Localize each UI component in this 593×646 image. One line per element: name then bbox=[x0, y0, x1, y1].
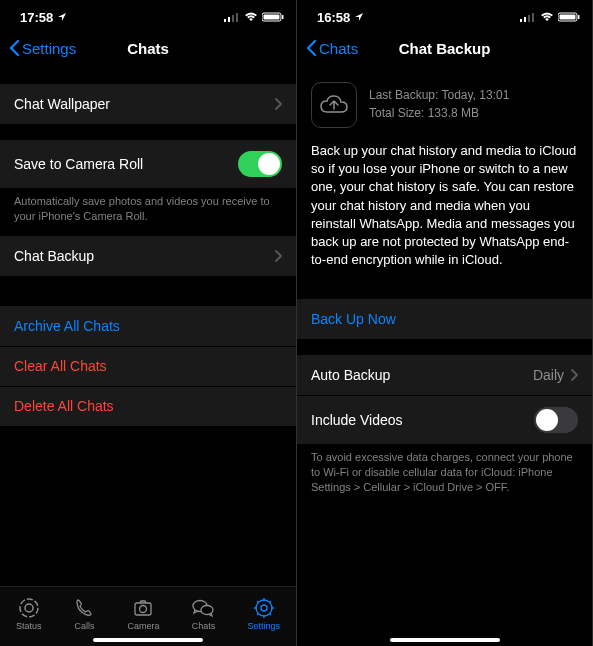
svg-point-7 bbox=[20, 599, 38, 617]
delete-all-chats-button[interactable]: Delete All Chats bbox=[0, 386, 296, 426]
chevron-right-icon bbox=[274, 98, 282, 110]
status-time: 16:58 bbox=[317, 10, 350, 25]
camera-icon bbox=[132, 597, 154, 619]
tab-bar: Status Calls Camera Chats Settings bbox=[0, 586, 296, 646]
chat-backup-row[interactable]: Chat Backup bbox=[0, 236, 296, 276]
svg-rect-1 bbox=[228, 17, 230, 22]
svg-point-10 bbox=[140, 605, 147, 612]
tab-status[interactable]: Status bbox=[16, 597, 42, 631]
phone-icon bbox=[73, 597, 95, 619]
include-videos-toggle[interactable] bbox=[534, 407, 578, 433]
signal-icon bbox=[224, 12, 240, 22]
wifi-icon bbox=[244, 12, 258, 22]
gear-icon bbox=[253, 597, 275, 619]
svg-rect-23 bbox=[520, 19, 522, 22]
tab-label: Chats bbox=[192, 621, 216, 631]
battery-icon bbox=[262, 12, 284, 22]
tab-label: Camera bbox=[127, 621, 159, 631]
tab-label: Settings bbox=[247, 621, 280, 631]
svg-point-8 bbox=[25, 604, 33, 612]
row-label: Archive All Chats bbox=[14, 318, 120, 334]
backup-header: Last Backup: Today, 13:01 Total Size: 13… bbox=[297, 68, 592, 142]
status-icon bbox=[18, 597, 40, 619]
back-up-now-button[interactable]: Back Up Now bbox=[297, 299, 592, 339]
chevron-right-icon bbox=[274, 250, 282, 262]
page-title: Chats bbox=[127, 40, 169, 57]
row-label: Chat Backup bbox=[14, 248, 94, 264]
save-camera-roll-toggle[interactable] bbox=[238, 151, 282, 177]
page-title: Chat Backup bbox=[399, 40, 491, 57]
back-label: Settings bbox=[22, 40, 76, 57]
tab-camera[interactable]: Camera bbox=[127, 597, 159, 631]
chats-icon bbox=[191, 597, 215, 619]
backup-description: Back up your chat history and media to i… bbox=[297, 142, 592, 283]
tab-calls[interactable]: Calls bbox=[73, 597, 95, 631]
save-camera-roll-row: Save to Camera Roll bbox=[0, 140, 296, 188]
row-label: Delete All Chats bbox=[14, 398, 114, 414]
row-label: Chat Wallpaper bbox=[14, 96, 110, 112]
svg-rect-3 bbox=[236, 13, 238, 22]
chat-wallpaper-row[interactable]: Chat Wallpaper bbox=[0, 84, 296, 124]
row-label: Auto Backup bbox=[311, 367, 390, 383]
back-label: Chats bbox=[319, 40, 358, 57]
row-label: Save to Camera Roll bbox=[14, 156, 143, 172]
home-indicator[interactable] bbox=[93, 638, 203, 642]
nav-bar: Chats Chat Backup bbox=[297, 28, 592, 68]
status-time: 17:58 bbox=[20, 10, 53, 25]
chevron-left-icon bbox=[305, 39, 317, 57]
chevron-right-icon bbox=[570, 369, 578, 381]
auto-backup-row[interactable]: Auto Backup Daily bbox=[297, 355, 592, 395]
nav-bar: Settings Chats bbox=[0, 28, 296, 68]
chevron-left-icon bbox=[8, 39, 20, 57]
row-label: Back Up Now bbox=[311, 311, 396, 327]
archive-all-chats-button[interactable]: Archive All Chats bbox=[0, 306, 296, 346]
battery-icon bbox=[558, 12, 580, 22]
auto-backup-value: Daily bbox=[533, 367, 564, 383]
tab-settings[interactable]: Settings bbox=[247, 597, 280, 631]
location-icon bbox=[57, 12, 67, 22]
svg-rect-9 bbox=[135, 603, 151, 615]
back-button[interactable]: Chats bbox=[305, 39, 358, 57]
total-size-text: Total Size: 133.8 MB bbox=[369, 104, 509, 122]
svg-point-14 bbox=[261, 605, 267, 611]
back-button[interactable]: Settings bbox=[8, 39, 76, 57]
cloud-icon bbox=[311, 82, 357, 128]
last-backup-text: Last Backup: Today, 13:01 bbox=[369, 86, 509, 104]
row-label: Clear All Chats bbox=[14, 358, 107, 374]
svg-rect-26 bbox=[532, 13, 534, 22]
svg-rect-24 bbox=[524, 17, 526, 22]
data-charges-footer: To avoid excessive data charges, connect… bbox=[297, 444, 592, 501]
status-bar: 16:58 bbox=[297, 0, 592, 28]
home-indicator[interactable] bbox=[390, 638, 500, 642]
include-videos-row: Include Videos bbox=[297, 395, 592, 444]
svg-rect-2 bbox=[232, 15, 234, 22]
location-icon bbox=[354, 12, 364, 22]
clear-all-chats-button[interactable]: Clear All Chats bbox=[0, 346, 296, 386]
tab-chats[interactable]: Chats bbox=[191, 597, 215, 631]
signal-icon bbox=[520, 12, 536, 22]
row-label: Include Videos bbox=[311, 412, 403, 428]
camera-roll-footer: Automatically save photos and videos you… bbox=[0, 188, 296, 230]
svg-rect-28 bbox=[578, 15, 580, 19]
status-bar: 17:58 bbox=[0, 0, 296, 28]
tab-label: Calls bbox=[74, 621, 94, 631]
wifi-icon bbox=[540, 12, 554, 22]
svg-rect-29 bbox=[560, 15, 576, 20]
tab-label: Status bbox=[16, 621, 42, 631]
svg-rect-5 bbox=[282, 15, 284, 19]
svg-rect-6 bbox=[264, 15, 280, 20]
svg-rect-25 bbox=[528, 15, 530, 22]
svg-rect-0 bbox=[224, 19, 226, 22]
